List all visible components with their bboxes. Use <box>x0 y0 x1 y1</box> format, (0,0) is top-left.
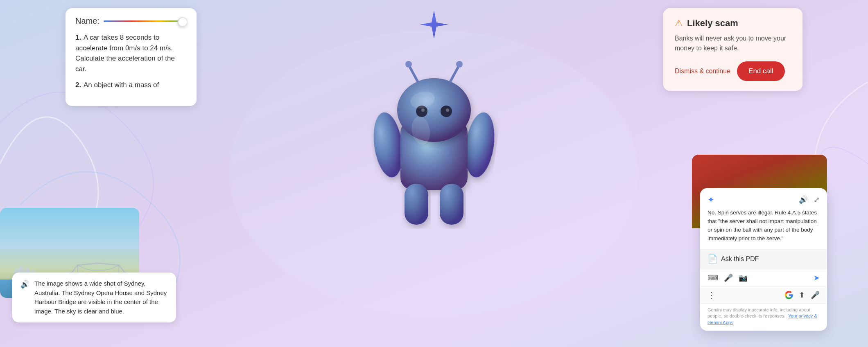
mic-icon-2[interactable]: 🎤 <box>811 291 820 300</box>
svg-rect-10 <box>440 184 463 225</box>
svg-line-12 <box>409 66 418 81</box>
speaker-toolbar-icon[interactable]: 🔊 <box>799 195 808 204</box>
speaker-icon: 🔊 <box>20 280 29 289</box>
svg-point-18 <box>421 108 425 112</box>
svg-point-19 <box>446 108 449 112</box>
gemini-panel-header: ✦ 🔊 ⤢ <box>708 195 820 205</box>
quiz-name-label: Name: <box>75 16 99 26</box>
scam-title: Likely scam <box>687 18 738 29</box>
gemini-panel: ✦ 🔊 ⤢ No. Spin serves are illegal. Rule … <box>700 188 827 331</box>
quiz-item-2: 2. An object with a mass of <box>75 80 187 90</box>
gemini-panel-inner: ✦ 🔊 ⤢ No. Spin serves are illegal. Rule … <box>700 188 827 243</box>
svg-point-13 <box>405 61 412 68</box>
pdf-icon: 📄 <box>708 254 718 264</box>
quiz-q1-number: 1. <box>75 34 81 41</box>
quiz-card-fade <box>172 8 197 106</box>
google-icon[interactable] <box>785 291 793 299</box>
gemini-body-text: No. Spin serves are illegal. Rule 4.A.5 … <box>708 209 820 243</box>
svg-point-15 <box>456 61 463 68</box>
svg-line-14 <box>450 66 459 81</box>
external-link-icon[interactable]: ⤢ <box>814 195 820 204</box>
gemini-star-icon: ✦ <box>708 195 714 205</box>
scam-title-row: ⚠ Likely scam <box>675 18 791 29</box>
svg-rect-9 <box>405 184 428 225</box>
ask-pdf-row[interactable]: 📄 Ask this PDF <box>700 249 827 269</box>
svg-point-17 <box>441 106 452 117</box>
quiz-q1-text: A car takes 8 seconds to accelerate from… <box>75 34 175 73</box>
camera-icon[interactable]: 📷 <box>739 273 748 282</box>
quiz-card: Name: 1. A car takes 8 seconds to accele… <box>66 8 197 106</box>
quiz-q2-number: 2. <box>75 81 81 89</box>
sydney-caption-text: The image shows a wide shot of Sydney, A… <box>34 279 168 316</box>
gemini-bottom-toolbar: ⌨ 🎤 📷 ➤ <box>700 269 827 286</box>
scam-card: ⚠ Likely scam Banks will never ask you t… <box>663 8 802 91</box>
sydney-caption: 🔊 The image shows a wide shot of Sydney,… <box>12 273 176 322</box>
gemini-panel-toolbar-top: 🔊 ⤢ <box>799 195 820 204</box>
gemini-sparkle-icon <box>418 8 450 47</box>
mic-icon[interactable]: 🎤 <box>724 273 733 282</box>
end-call-button[interactable]: End call <box>737 61 784 81</box>
quiz-q2-text: An object with a mass of <box>84 81 159 89</box>
dismiss-button[interactable]: Dismiss & continue <box>675 68 730 75</box>
gemini-share-toolbar: ⋮ ⬆ 🎤 <box>700 286 827 303</box>
share-icon[interactable]: ⬆ <box>799 291 805 300</box>
gemini-disclaimer: Gemini may display inaccurate info, incl… <box>700 303 827 331</box>
scam-body-text: Banks will never ask you to move your mo… <box>675 34 791 53</box>
keyboard-icon[interactable]: ⌨ <box>708 273 718 282</box>
quiz-name-row: Name: <box>75 16 187 26</box>
svg-point-11 <box>397 78 471 142</box>
warning-icon: ⚠ <box>675 18 683 29</box>
ask-pdf-label: Ask this PDF <box>721 255 759 263</box>
quiz-item-1: 1. A car takes 8 seconds to accelerate f… <box>75 32 187 74</box>
scam-actions: Dismiss & continue End call <box>675 61 791 81</box>
sydney-sky <box>0 208 139 249</box>
more-icon[interactable]: ⋮ <box>708 290 716 300</box>
send-icon[interactable]: ➤ <box>814 273 820 282</box>
android-robot <box>360 38 508 239</box>
android-mascot-area <box>360 8 508 239</box>
